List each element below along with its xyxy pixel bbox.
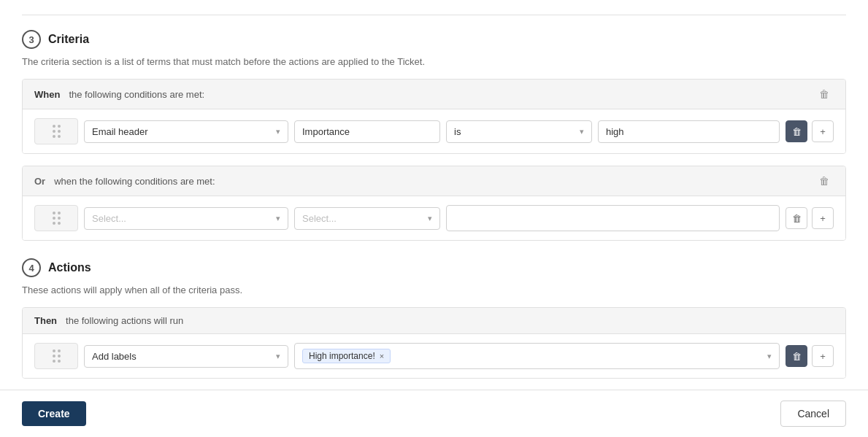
when-add-row-button[interactable]: +	[812, 120, 834, 142]
tag-close-button[interactable]: ×	[380, 352, 384, 360]
then-drag-handle	[34, 343, 78, 369]
actions-title: Actions	[48, 261, 91, 274]
or-field3-input[interactable]	[446, 205, 780, 231]
or-header: Or when the following conditions are met…	[23, 166, 845, 196]
when-row-actions: 🗑 +	[786, 120, 834, 142]
or-field2-arrow-icon: ▾	[428, 214, 432, 223]
actions-section: 4 Actions These actions will apply when …	[22, 258, 846, 379]
then-tag-input[interactable]: High importance! × ▾	[294, 343, 780, 369]
then-row-actions: 🗑 +	[786, 345, 834, 367]
actions-description: These actions will apply when all of the…	[22, 285, 846, 295]
when-block: When the following conditions are met: 🗑…	[22, 79, 846, 154]
or-header-left: Or when the following conditions are met…	[34, 176, 215, 187]
then-label: Then	[34, 315, 57, 326]
actions-section-header: 4 Actions	[22, 258, 846, 277]
then-action-row: Add labels ▾ High importance! × ▾ 🗑 +	[23, 334, 845, 378]
criteria-section-header: 3 Criteria	[22, 30, 846, 49]
then-condition-text: the following actions will run	[66, 315, 183, 326]
when-field4-input[interactable]	[598, 120, 780, 143]
cancel-button[interactable]: Cancel	[780, 401, 846, 427]
when-field2-value: Importance	[302, 126, 350, 137]
or-drag-handle	[34, 205, 78, 231]
then-delete-row-button[interactable]: 🗑	[786, 345, 807, 367]
or-field1-placeholder: Select...	[92, 213, 126, 224]
criteria-description: The criteria section is a list of terms …	[22, 56, 846, 67]
when-label: When	[34, 89, 60, 100]
when-field1-value: Email header	[92, 126, 148, 137]
when-field3-arrow-icon: ▾	[580, 127, 584, 136]
or-delete-row-button[interactable]: 🗑	[786, 207, 807, 229]
then-add-row-button[interactable]: +	[812, 345, 834, 367]
or-row-actions: 🗑 +	[786, 207, 834, 229]
when-condition-text: the following conditions are met:	[69, 89, 204, 100]
or-condition-row: Select... ▾ Select... ▾ 🗑 +	[23, 196, 845, 240]
or-condition-text: when the following conditions are met:	[54, 176, 215, 187]
then-action-arrow-icon: ▾	[276, 352, 280, 361]
when-field3-value: is	[454, 126, 461, 137]
then-header: Then the following actions will run	[23, 308, 845, 334]
when-drag-handle	[34, 118, 78, 144]
or-field1-select[interactable]: Select... ▾	[84, 207, 288, 230]
when-field3-select[interactable]: is ▾	[446, 120, 592, 143]
criteria-title: Criteria	[48, 33, 89, 46]
tag-input-arrow-icon: ▾	[767, 352, 772, 361]
or-field2-select[interactable]: Select... ▾	[294, 207, 440, 230]
when-header: When the following conditions are met: 🗑	[23, 80, 845, 109]
or-block-delete-button[interactable]: 🗑	[815, 174, 834, 188]
when-block-delete-button[interactable]: 🗑	[815, 87, 834, 101]
or-field2-placeholder: Select...	[302, 213, 337, 224]
tag-label: High importance!	[309, 351, 375, 361]
criteria-step-circle: 3	[22, 30, 41, 49]
bottom-bar: Create Cancel	[0, 390, 868, 437]
then-action-select[interactable]: Add labels ▾	[84, 345, 288, 368]
or-label: Or	[34, 176, 45, 187]
or-drag-dots	[50, 209, 64, 228]
create-button[interactable]: Create	[22, 401, 86, 426]
or-field1-arrow-icon: ▾	[276, 214, 280, 223]
when-field1-arrow-icon: ▾	[276, 127, 280, 136]
when-header-left: When the following conditions are met:	[34, 89, 204, 100]
or-add-row-button[interactable]: +	[812, 207, 834, 229]
actions-step-circle: 4	[22, 258, 41, 277]
then-block: Then the following actions will run Add …	[22, 307, 846, 379]
then-drag-dots	[50, 347, 64, 366]
when-delete-row-button[interactable]: 🗑	[786, 120, 807, 142]
when-condition-row: Email header ▾ Importance is ▾ 🗑 +	[23, 109, 845, 153]
high-importance-tag: High importance! ×	[302, 349, 391, 363]
drag-dots	[50, 122, 64, 141]
when-field1-select[interactable]: Email header ▾	[84, 120, 288, 143]
when-field2-input[interactable]: Importance	[294, 120, 440, 143]
or-block: Or when the following conditions are met…	[22, 166, 846, 241]
then-action-value: Add labels	[92, 351, 137, 362]
